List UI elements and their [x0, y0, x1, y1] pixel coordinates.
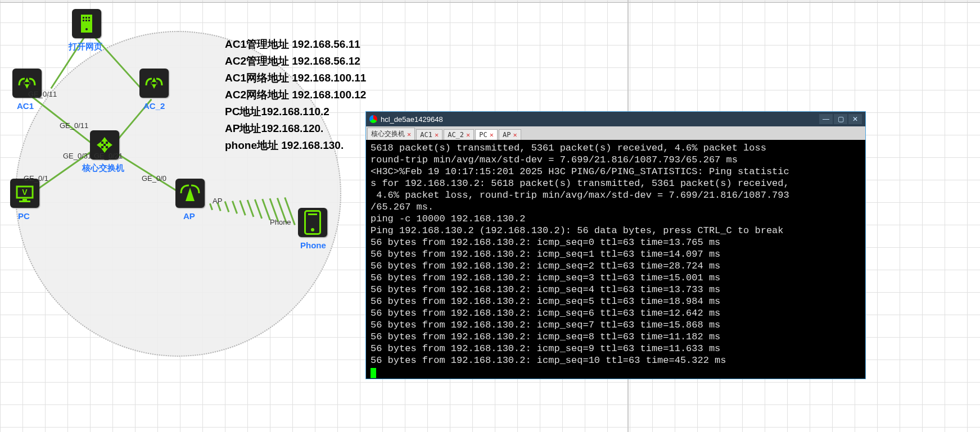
port-phone-text: Phone — [270, 218, 291, 226]
term-line: 5618 packet(s) transmitted, 5361 packet(… — [371, 143, 766, 153]
minimize-button[interactable]: — — [819, 114, 833, 124]
port-ge-0-1: GE_0/1 — [24, 174, 48, 183]
term-line: 56 bytes from 192.168.130.2: icmp_seq=6 … — [371, 308, 720, 319]
term-line: 56 bytes from 192.168.130.2: icmp_seq=5 … — [371, 296, 720, 307]
node-server[interactable] — [72, 9, 101, 38]
label-core: 核心交换机 — [82, 163, 124, 174]
term-line: /65.267 ms. — [371, 202, 433, 212]
close-icon[interactable]: ✕ — [490, 131, 494, 139]
close-icon[interactable]: ✕ — [466, 131, 470, 139]
cursor-icon — [371, 368, 376, 378]
svg-rect-3 — [88, 17, 90, 19]
ruler-top — [0, 2, 980, 3]
terminal-title: hcl_de5ae1429648 — [381, 115, 443, 124]
term-line: 56 bytes from 192.168.130.2: icmp_seq=1 … — [371, 249, 720, 260]
node-pc[interactable]: V — [10, 179, 39, 208]
terminal-output[interactable]: 5618 packet(s) transmitted, 5361 packet(… — [366, 140, 865, 379]
terminal-tabs: 核心交换机✕ AC1✕ AC_2✕ PC✕ AP✕ — [366, 126, 865, 140]
svg-rect-11 — [19, 201, 30, 202]
close-icon[interactable]: ✕ — [407, 130, 411, 138]
term-line: ping -c 10000 192.168.130.2 — [371, 213, 525, 224]
node-phone[interactable] — [298, 208, 327, 237]
pc-icon: V — [13, 182, 36, 204]
info-line: AC2网络地址 192.168.100.12 — [225, 87, 366, 103]
term-line: s for 192.168.130.2: 5618 packet(s) tran… — [371, 178, 789, 189]
port-ap-text: AP — [213, 197, 222, 205]
svg-rect-2 — [85, 17, 87, 19]
ap-icon — [179, 182, 201, 204]
port-ge-0-11-left: GE_0/11 — [28, 90, 57, 98]
term-line: 56 bytes from 192.168.130.2: icmp_seq=8 … — [371, 331, 720, 342]
port-ge-0-11-top: GE_0/11 — [60, 121, 88, 130]
term-line: 56 bytes from 192.168.130.2: icmp_seq=4 … — [371, 284, 720, 295]
port-ge-0-0: GE_0/0 — [142, 174, 166, 183]
term-line: Ping 192.168.130.2 (192.168.130.2): 56 d… — [371, 225, 784, 236]
info-line: phone地址 192.168.130. — [225, 137, 366, 154]
term-line: <H3C>%Feb 19 10:17:15:201 2025 H3C PING/… — [371, 166, 789, 177]
tab-pc[interactable]: PC✕ — [475, 129, 498, 140]
node-ac2[interactable] — [139, 69, 169, 98]
label-phone: Phone — [300, 240, 326, 250]
svg-rect-4 — [83, 20, 84, 21]
info-line: PC地址192.168.110.2 — [225, 103, 366, 120]
info-line: AC2管理地址 192.168.56.12 — [225, 53, 366, 70]
tab-label: PC — [479, 131, 487, 139]
svg-rect-5 — [85, 20, 87, 21]
terminal-titlebar[interactable]: hcl_de5ae1429648 — ▢ ✕ — [366, 112, 865, 126]
svg-text:V: V — [22, 188, 28, 197]
svg-point-7 — [85, 28, 88, 30]
svg-rect-6 — [88, 20, 90, 21]
term-line: 4.6% packet loss, round-trip min/avg/max… — [371, 190, 789, 201]
close-icon[interactable]: ✕ — [435, 131, 439, 139]
node-ap[interactable] — [175, 179, 205, 208]
term-line: 56 bytes from 192.168.130.2: icmp_seq=0 … — [371, 237, 720, 248]
term-line: round-trip min/avg/max/std-dev = 7.699/2… — [371, 154, 738, 165]
tab-label: AP — [503, 131, 511, 139]
phone-icon — [304, 210, 321, 235]
port-ge-0-31-21: GE_0/31 GE_0/21 — [63, 152, 123, 160]
tab-ac2[interactable]: AC_2✕ — [444, 129, 474, 140]
close-icon[interactable]: ✕ — [513, 131, 517, 139]
info-line: AC1管理地址 192.168.56.11 — [225, 36, 366, 53]
label-ac2: AC_2 — [143, 101, 165, 111]
svg-rect-1 — [83, 17, 84, 19]
term-line: 56 bytes from 192.168.130.2: icmp_seq=3 … — [371, 272, 720, 283]
ac-icon — [143, 72, 165, 94]
label-pc: PC — [18, 211, 30, 221]
tab-label: AC1 — [420, 131, 432, 139]
tab-label: 核心交换机 — [371, 129, 405, 139]
server-icon — [75, 12, 98, 35]
tab-ac1[interactable]: AC1✕ — [416, 129, 442, 140]
close-button[interactable]: ✕ — [848, 114, 862, 124]
label-ac1: AC1 — [17, 101, 34, 111]
address-info: AC1管理地址 192.168.56.11 AC2管理地址 192.168.56… — [225, 36, 366, 154]
tab-label: AC_2 — [448, 131, 464, 139]
tab-ap[interactable]: AP✕ — [499, 129, 521, 140]
tab-core[interactable]: 核心交换机✕ — [367, 128, 415, 140]
app-logo-icon — [369, 115, 377, 123]
label-ap: AP — [183, 211, 195, 221]
term-line: 56 bytes from 192.168.130.2: icmp_seq=2 … — [371, 261, 720, 271]
term-line: 56 bytes from 192.168.130.2: icmp_seq=10… — [371, 355, 726, 366]
svg-rect-10 — [22, 199, 27, 201]
info-line: AP地址192.168.120. — [225, 120, 366, 137]
maximize-button[interactable]: ▢ — [834, 114, 847, 124]
info-line: AC1网络地址 192.168.100.11 — [225, 70, 366, 87]
label-server: 打开网页 — [69, 42, 102, 52]
term-line: 56 bytes from 192.168.130.2: icmp_seq=7 … — [371, 320, 720, 330]
terminal-window: hcl_de5ae1429648 — ▢ ✕ 核心交换机✕ AC1✕ AC_2✕… — [365, 111, 866, 379]
term-line: 56 bytes from 192.168.130.2: icmp_seq=9 … — [371, 343, 720, 354]
